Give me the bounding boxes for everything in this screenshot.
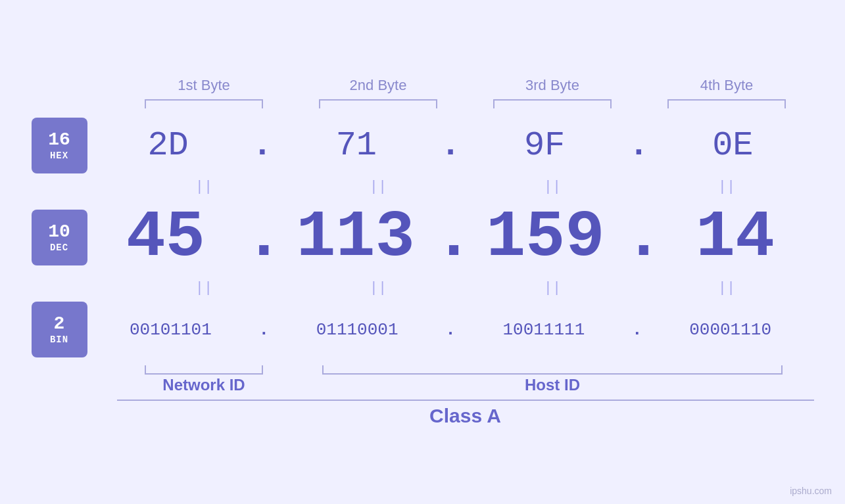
host-bracket-wrap	[291, 365, 814, 375]
bin-row: 2 BIN 00101101 . 01110001 . 10011111 . 0…	[32, 302, 814, 357]
dec-val-1: 45	[87, 200, 245, 275]
eq-2-4: ||	[640, 277, 814, 299]
bracket-cell-1	[117, 99, 291, 108]
net-bracket-wrap	[117, 365, 291, 375]
bin-val-2: 01110001	[274, 320, 441, 340]
bracket-top-1	[145, 99, 263, 108]
hex-base-label: HEX	[50, 150, 68, 161]
dec-val-4: 14	[657, 200, 814, 275]
bin-val-4: 00001110	[647, 320, 814, 340]
hex-val-2: 71	[276, 126, 437, 165]
bracket-top-3	[493, 99, 612, 108]
dec-row: 10 DEC 45 . 113 . 159 . 14	[32, 200, 814, 275]
class-row: Class A	[117, 400, 814, 427]
network-id-label: Network ID	[117, 376, 291, 394]
equals-row-2: || || || ||	[117, 277, 814, 299]
dec-base-label: DEC	[50, 242, 68, 253]
bracket-top-4	[667, 99, 786, 108]
host-id-label: Host ID	[291, 376, 814, 394]
id-labels: Network ID Host ID	[117, 376, 814, 394]
eq-2-1: ||	[117, 277, 291, 299]
eq-1-3: ||	[466, 176, 640, 198]
bin-base-label: BIN	[50, 334, 68, 345]
dec-val-3: 159	[467, 200, 624, 275]
hex-values-area: 2D . 71 . 9F . 0E	[87, 126, 814, 165]
bracket-cell-2	[291, 99, 466, 108]
top-brackets	[117, 99, 814, 108]
dec-dot-1: .	[244, 200, 277, 275]
bin-dot-2: .	[441, 320, 460, 340]
dec-base-num: 10	[48, 222, 70, 242]
bracket-top-2	[319, 99, 437, 108]
dec-val-2: 113	[277, 200, 434, 275]
hex-dot-2: .	[437, 126, 464, 165]
class-bracket-line	[117, 400, 814, 401]
bin-dot-3: .	[627, 320, 647, 340]
byte-header-4: 4th Byte	[640, 77, 814, 99]
bin-values-area: 00101101 . 01110001 . 10011111 . 0000111…	[87, 320, 814, 340]
dec-badge: 10 DEC	[32, 210, 87, 265]
bin-val-3: 10011111	[460, 320, 627, 340]
bracket-cell-3	[466, 99, 640, 108]
eq-1-2: ||	[291, 176, 466, 198]
hex-val-4: 0E	[652, 126, 813, 165]
eq-2-3: ||	[466, 277, 640, 299]
byte-header-2: 2nd Byte	[291, 77, 466, 99]
bin-base-num: 2	[54, 314, 65, 334]
eq-1-4: ||	[640, 176, 814, 198]
eq-1-1: ||	[117, 176, 291, 198]
rows-container: 16 HEX 2D . 71 . 9F . 0E || || || || 10	[32, 115, 814, 360]
hex-row: 16 HEX 2D . 71 . 9F . 0E	[32, 118, 814, 173]
bin-val-1: 00101101	[87, 320, 254, 340]
dec-dot-2: .	[434, 200, 467, 275]
byte-header-3: 3rd Byte	[466, 77, 640, 99]
byte-headers: 1st Byte 2nd Byte 3rd Byte 4th Byte	[117, 77, 814, 99]
class-label: Class A	[117, 405, 814, 427]
bin-dot-1: .	[254, 320, 274, 340]
main-container: 1st Byte 2nd Byte 3rd Byte 4th Byte 16 H…	[0, 0, 845, 504]
bracket-bottom-net	[145, 365, 263, 375]
equals-row-1: || || || ||	[117, 176, 814, 198]
hex-val-1: 2D	[87, 126, 249, 165]
bin-badge: 2 BIN	[32, 302, 87, 357]
eq-2-2: ||	[291, 277, 466, 299]
dec-dot-3: .	[624, 200, 657, 275]
dec-values-area: 45 . 113 . 159 . 14	[87, 200, 814, 275]
bracket-cell-4	[640, 99, 814, 108]
byte-header-1: 1st Byte	[117, 77, 291, 99]
watermark: ipshu.com	[790, 486, 832, 496]
hex-base-num: 16	[48, 130, 70, 150]
bracket-bottom-host	[322, 365, 783, 375]
hex-val-3: 9F	[464, 126, 625, 165]
bottom-brackets	[117, 365, 814, 375]
hex-dot-3: .	[625, 126, 652, 165]
hex-badge: 16 HEX	[32, 118, 87, 173]
hex-dot-1: .	[249, 126, 276, 165]
